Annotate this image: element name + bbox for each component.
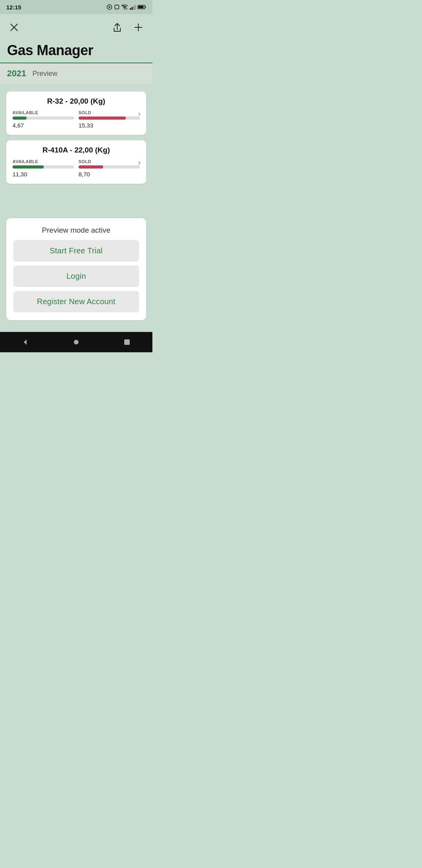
svg-rect-2 (115, 5, 119, 9)
gas-card-r32[interactable]: R-32 - 20,00 (Kg) › AVAILABLE 4,67 SOLD … (6, 91, 146, 135)
recents-nav-button[interactable] (115, 332, 139, 352)
close-icon (9, 22, 20, 33)
r410a-sold-value: 8,70 (79, 171, 140, 178)
share-button[interactable] (110, 20, 124, 34)
bottom-nav (0, 332, 152, 352)
r32-sold-stat: SOLD 15,33 (79, 110, 140, 129)
r410a-available-value: 11,30 (13, 171, 74, 178)
svg-rect-7 (133, 6, 134, 10)
gas-card-r410a-title: R-410A - 22,00 (Kg) (13, 146, 140, 154)
r410a-available-label: AVAILABLE (13, 159, 74, 164)
add-button[interactable] (131, 20, 145, 34)
signal-icon (130, 4, 136, 10)
r410a-sold-stat: SOLD 8,70 (79, 159, 140, 178)
gas-card-r410a-stats: AVAILABLE 11,30 SOLD 8,70 (13, 159, 140, 178)
main-content: R-32 - 20,00 (Kg) › AVAILABLE 4,67 SOLD … (0, 84, 152, 332)
status-bar: 12:15 (0, 0, 152, 14)
status-time: 12:15 (6, 4, 21, 11)
svg-point-3 (124, 9, 125, 9)
svg-point-1 (109, 6, 110, 8)
toolbar-left (7, 20, 21, 34)
start-free-trial-button[interactable]: Start Free Trial (13, 240, 139, 262)
content-spacer (6, 189, 146, 213)
status-icons (106, 4, 146, 10)
r32-sold-bar-bg (79, 117, 140, 120)
r32-sold-bar-fill (79, 117, 126, 120)
note-icon (114, 4, 120, 10)
gas-card-r410a[interactable]: R-410A - 22,00 (Kg) › AVAILABLE 11,30 SO… (6, 140, 146, 184)
svg-point-16 (74, 340, 79, 344)
svg-rect-5 (130, 8, 131, 10)
r32-available-bar-bg (13, 117, 74, 120)
r410a-available-bar-bg (13, 165, 74, 169)
register-button[interactable]: Register New Account (13, 291, 139, 312)
login-button[interactable]: Login (13, 265, 139, 287)
preview-card: Preview mode active Start Free Trial Log… (6, 218, 146, 320)
preview-mode-title: Preview mode active (13, 226, 139, 235)
recents-icon (122, 337, 132, 347)
r32-available-bar-fill (13, 117, 27, 120)
r410a-available-bar-fill (13, 165, 44, 169)
r410a-sold-bar-fill (79, 165, 103, 169)
music-icon (106, 4, 113, 10)
r32-available-label: AVAILABLE (13, 110, 74, 115)
r32-sold-label: SOLD (79, 110, 140, 115)
add-icon (133, 22, 144, 33)
home-nav-button[interactable] (64, 332, 88, 352)
battery-icon (138, 5, 146, 9)
back-nav-button[interactable] (14, 332, 37, 352)
svg-rect-8 (135, 5, 136, 10)
app-title-bar: Gas Manager (0, 41, 152, 63)
share-icon (112, 22, 123, 33)
wifi-icon (121, 4, 128, 10)
r32-available-stat: AVAILABLE 4,67 (13, 110, 74, 129)
gas-card-r32-title: R-32 - 20,00 (Kg) (13, 97, 140, 106)
svg-rect-6 (132, 7, 133, 10)
close-button[interactable] (7, 20, 21, 34)
svg-rect-17 (124, 339, 130, 345)
r410a-sold-label: SOLD (79, 159, 140, 164)
chevron-right-icon: › (138, 109, 141, 118)
r410a-available-stat: AVAILABLE 11,30 (13, 159, 74, 178)
gas-card-r32-stats: AVAILABLE 4,67 SOLD 15,33 (13, 110, 140, 129)
chevron-right-icon-2: › (138, 158, 141, 167)
back-icon (21, 337, 30, 347)
svg-marker-15 (24, 339, 27, 345)
r32-sold-value: 15,33 (79, 122, 140, 129)
year-label: 2021 (7, 68, 26, 79)
home-icon (72, 337, 81, 347)
toolbar-right (110, 20, 145, 34)
app-title: Gas Manager (7, 42, 145, 59)
r32-available-value: 4,67 (13, 122, 74, 129)
mode-label: Preview (32, 70, 57, 78)
r410a-sold-bar-bg (79, 165, 140, 169)
toolbar (0, 14, 152, 41)
year-bar: 2021 Preview (0, 63, 152, 84)
svg-rect-10 (138, 6, 143, 8)
